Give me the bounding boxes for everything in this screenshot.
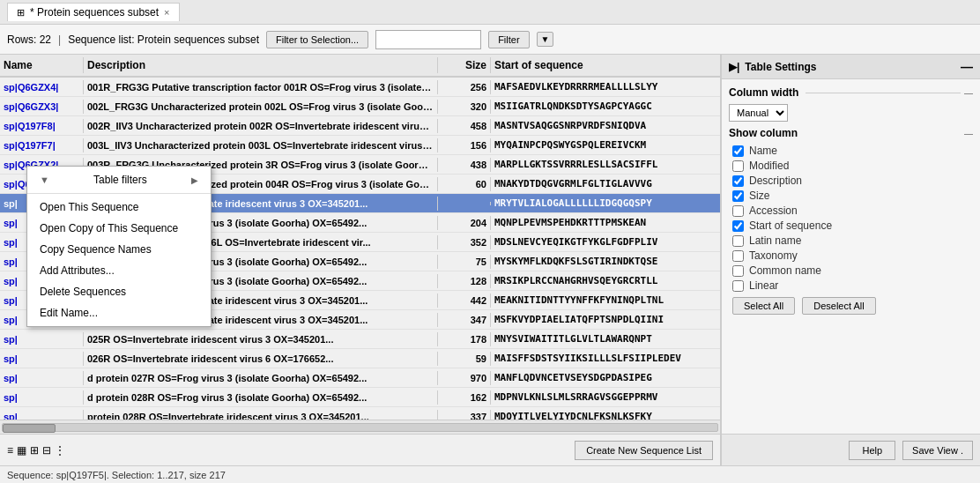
panel-collapse-icon[interactable]: — bbox=[961, 60, 973, 74]
help-button[interactable]: Help bbox=[849, 441, 895, 460]
cell-size: 337 bbox=[438, 410, 491, 420]
checkbox-cb-taxonomy[interactable] bbox=[732, 250, 744, 262]
filter-button[interactable]: Filter bbox=[488, 31, 529, 48]
cell-sequence: MANFLQDVNCETVSEYSDGPDASIPEG bbox=[491, 370, 720, 385]
context-menu-item[interactable]: Open Copy of This Sequence bbox=[27, 218, 211, 239]
select-buttons-row: Select All Deselect All bbox=[729, 297, 973, 315]
cell-size: 438 bbox=[438, 158, 491, 172]
checkbox-row-cb-name: Name bbox=[729, 145, 973, 157]
table-row[interactable]: sp|Q6GZX4| 001R_FRG3G Putative transcrip… bbox=[0, 78, 720, 97]
list-view-icon[interactable]: ≡ bbox=[7, 444, 13, 457]
cell-sequence: MDSLNEVCYEQIKGTFYKGLFGDFPLIV bbox=[491, 234, 720, 249]
checkbox-cb-name[interactable] bbox=[732, 145, 744, 157]
checkboxes-container: Name Modified Description Size Accession… bbox=[729, 145, 973, 292]
checkbox-label-cb-description: Description bbox=[749, 175, 802, 187]
col-header-sequence: Start of sequence bbox=[491, 57, 720, 73]
column-width-select[interactable]: Manual Auto Fixed bbox=[729, 104, 788, 122]
tab-protein-sequences[interactable]: ⊞ * Protein sequences subset × bbox=[7, 3, 180, 21]
show-column-collapse-btn[interactable]: — bbox=[964, 129, 973, 138]
scrollbar-thumb[interactable] bbox=[3, 424, 56, 433]
checkbox-row-cb-accession: Accession bbox=[729, 204, 973, 217]
cell-size: 352 bbox=[438, 235, 491, 249]
show-column-section-header: Show column — bbox=[729, 127, 973, 139]
context-menu-item[interactable]: Add Attributes... bbox=[27, 260, 211, 281]
checkbox-cb-description[interactable] bbox=[732, 175, 744, 187]
filter-input[interactable] bbox=[375, 30, 481, 49]
table-row[interactable]: sp| 026R OS=Invertebrate iridescent viru… bbox=[0, 349, 720, 368]
context-menu-label: Table filters bbox=[93, 174, 147, 186]
table-row[interactable]: sp| d protein 027R OS=Frog virus 3 (isol… bbox=[0, 368, 720, 388]
cell-size: 59 bbox=[438, 352, 491, 366]
checkbox-cb-size[interactable] bbox=[732, 190, 744, 202]
checkbox-cb-startseq[interactable] bbox=[732, 220, 744, 232]
detail-icon[interactable]: ⋮ bbox=[55, 444, 65, 457]
table-row[interactable]: sp|Q6GZX3| 002L_FRG3G Uncharacterized pr… bbox=[0, 97, 720, 116]
context-menu-separator bbox=[27, 193, 211, 194]
table-row[interactable]: sp| d protein 028R OS=Frog virus 3 (isol… bbox=[0, 388, 720, 407]
submenu-arrow: ▶ bbox=[191, 175, 198, 185]
cell-sequence: MSIIGATRLQNDKSDTYSAGPCYAGGC bbox=[491, 99, 720, 114]
table-row[interactable]: sp|Q197F8| 002R_IIV3 Uncharacterized pro… bbox=[0, 116, 720, 136]
filter-dropdown-button[interactable]: ▼ bbox=[537, 32, 554, 47]
panel-expand-icon[interactable]: ▶| bbox=[729, 61, 739, 73]
title-bar: ⊞ * Protein sequences subset × bbox=[0, 0, 980, 25]
column-width-setting: Manual Auto Fixed bbox=[729, 104, 973, 122]
context-menu-item[interactable]: Open This Sequence bbox=[27, 197, 211, 218]
grid-icon[interactable]: ⊞ bbox=[30, 444, 39, 457]
checkbox-label-cb-linear: Linear bbox=[749, 279, 778, 292]
context-menu-item[interactable]: Edit Name... bbox=[27, 302, 211, 323]
create-sequence-list-button[interactable]: Create New Sequence List bbox=[575, 441, 713, 460]
context-menu-item[interactable]: ▼Table filters▶ bbox=[27, 169, 211, 190]
cell-description: 026R OS=Invertebrate iridescent virus 6 … bbox=[84, 352, 438, 366]
show-column-title: Show column bbox=[729, 127, 798, 139]
right-panel: ▶| Table Settings — Column width — Manua… bbox=[720, 55, 980, 465]
main-toolbar: Rows: 22 | Sequence list: Protein sequen… bbox=[0, 25, 980, 55]
checkbox-cb-linear[interactable] bbox=[732, 280, 744, 292]
split-icon[interactable]: ⊟ bbox=[42, 444, 51, 457]
tab-grid-icon: ⊞ bbox=[17, 7, 25, 19]
col-header-name: Name bbox=[0, 57, 84, 73]
checkbox-label-cb-latinname: Latin name bbox=[749, 234, 801, 247]
cell-name: sp|Q6GZX3| bbox=[0, 100, 84, 114]
deselect-all-button[interactable]: Deselect All bbox=[802, 297, 875, 315]
context-menu-label: Open Copy of This Sequence bbox=[40, 222, 178, 234]
cell-sequence: MYSKYMFLKDQKFSLSGTIRINDKTQSE bbox=[491, 254, 720, 269]
table-header: Name Description Size Start of sequence bbox=[0, 55, 720, 78]
right-panel-footer: Help Save View . bbox=[722, 434, 980, 465]
filter-to-selection-button[interactable]: Filter to Selection... bbox=[266, 31, 368, 48]
cell-description: 003L_IIV3 Uncharacterized protein 003L O… bbox=[84, 138, 438, 152]
cell-name: sp| bbox=[0, 371, 84, 385]
cell-size: 320 bbox=[438, 100, 491, 114]
horizontal-scrollbar[interactable] bbox=[0, 420, 720, 434]
checkbox-label-cb-modified: Modified bbox=[749, 160, 789, 172]
tab-label: * Protein sequences subset bbox=[30, 6, 159, 19]
context-menu-item[interactable]: Delete Sequences bbox=[27, 281, 211, 302]
checkbox-cb-commonname[interactable] bbox=[732, 265, 744, 277]
cell-sequence: MDPNVLKNLSLMLSRRAGVSGGEPPRMV bbox=[491, 390, 720, 405]
cell-size: 162 bbox=[438, 390, 491, 405]
checkbox-cb-accession[interactable] bbox=[732, 205, 744, 217]
context-menu: ▼Table filters▶Open This SequenceOpen Co… bbox=[26, 166, 212, 327]
cell-sequence: MYQAINPCPQSWYGSPQLEREIVCKM bbox=[491, 137, 720, 152]
scrollbar-track[interactable] bbox=[2, 423, 718, 432]
checkbox-cb-modified[interactable] bbox=[732, 160, 744, 172]
cell-size: 60 bbox=[438, 177, 491, 191]
checkbox-row-cb-linear: Linear bbox=[729, 279, 973, 292]
cell-description: d protein 028R OS=Frog virus 3 (isolate … bbox=[84, 390, 438, 405]
table-view-icon[interactable]: ▦ bbox=[17, 444, 26, 457]
save-view-button[interactable]: Save View . bbox=[902, 441, 973, 460]
context-menu-item[interactable]: Copy Sequence Names bbox=[27, 239, 211, 260]
checkbox-cb-latinname[interactable] bbox=[732, 235, 744, 247]
select-all-button[interactable]: Select All bbox=[732, 297, 795, 315]
table-row[interactable]: sp|Q197F7| 003L_IIV3 Uncharacterized pro… bbox=[0, 136, 720, 155]
cell-sequence: MASNTVSAQGGSNRPVRDFSNIQDVA bbox=[491, 118, 720, 133]
cell-size: 442 bbox=[438, 294, 491, 308]
checkbox-row-cb-modified: Modified bbox=[729, 160, 973, 172]
cell-description: 002R_IIV3 Uncharacterized protein 002R O… bbox=[84, 119, 438, 133]
table-row[interactable]: sp| protein 028R OS=Invertebrate iridesc… bbox=[0, 407, 720, 420]
cell-sequence: MEAKNITIDNTTYYNFFKFYNINQPLTNL bbox=[491, 293, 720, 308]
checkbox-label-cb-size: Size bbox=[749, 189, 769, 202]
column-width-collapse-btn[interactable]: — bbox=[964, 88, 973, 98]
table-row[interactable]: sp| 025R OS=Invertebrate iridescent viru… bbox=[0, 330, 720, 349]
tab-close-button[interactable]: × bbox=[164, 7, 169, 18]
